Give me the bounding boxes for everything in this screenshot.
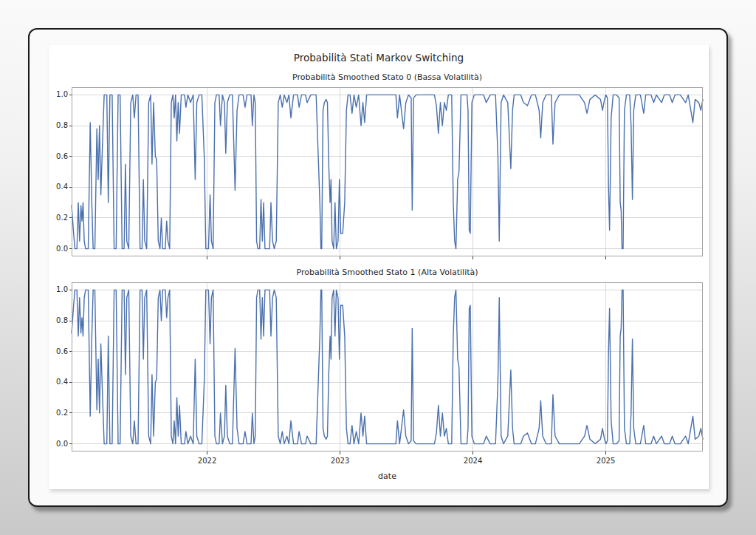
figure-title: Probabilità Stati Markov Switching	[49, 52, 709, 64]
subplot-stato1-title: Probabilità Smoothed Stato 1 (Alta Volat…	[72, 268, 703, 277]
x-axis-label: date	[72, 471, 703, 481]
x-tick-label: 2022	[191, 456, 224, 466]
figure-canvas: Probabilità Stati Markov Switching Proba…	[49, 45, 709, 489]
app-window: Probabilità Stati Markov Switching Proba…	[28, 28, 728, 507]
y-tick-label: 0.0	[49, 244, 68, 254]
y-tick-label: 0.4	[49, 182, 68, 192]
y-tick-label: 1.0	[49, 284, 68, 295]
y-tick-label: 0.8	[49, 316, 68, 326]
desktop-background: Probabilità Stati Markov Switching Proba…	[0, 0, 756, 535]
x-tick-label: 2023	[324, 456, 357, 466]
stato1-line-chart	[72, 282, 703, 451]
y-tick-label: 0.2	[49, 408, 68, 418]
stato0-line-chart	[72, 87, 703, 256]
y-tick-label: 0.8	[49, 120, 68, 131]
y-tick-label: 0.6	[49, 151, 68, 162]
subplot-stato0-title: Probabilità Smoothed Stato 0 (Bassa Vola…	[72, 72, 703, 82]
y-tick-label: 1.0	[49, 89, 68, 100]
y-tick-label: 0.2	[49, 213, 68, 223]
x-tick-label: 2025	[590, 456, 622, 466]
y-tick-label: 0.0	[49, 439, 68, 449]
x-tick-label: 2024	[457, 456, 489, 466]
y-tick-label: 0.6	[49, 347, 68, 357]
y-tick-label: 0.4	[49, 377, 68, 387]
